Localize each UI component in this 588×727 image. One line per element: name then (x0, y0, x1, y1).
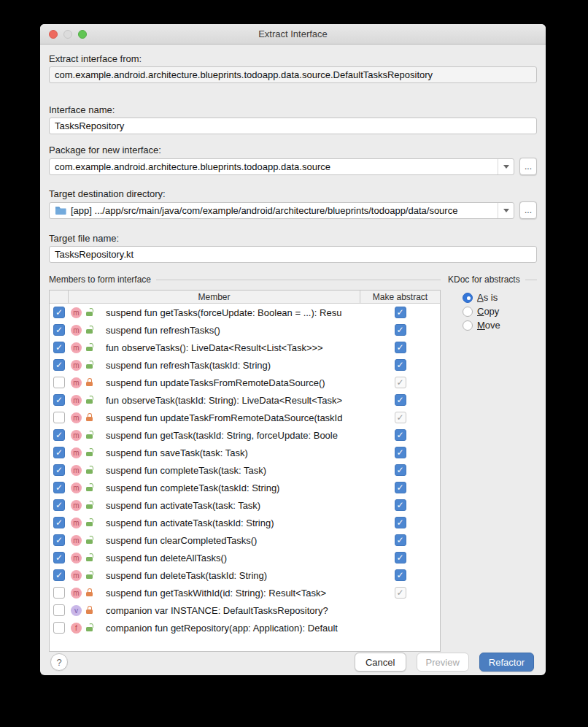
table-row[interactable]: m suspend fun clearCompletedTasks() (50, 531, 440, 549)
make-abstract-checkbox[interactable] (395, 342, 406, 353)
minimize-button (63, 30, 72, 39)
destination-combobox[interactable]: [app] .../app/src/main/java/com/example/… (49, 202, 514, 219)
member-signature: fun observeTasks(): LiveData<Result<List… (106, 342, 360, 353)
row-select-checkbox[interactable] (53, 324, 65, 336)
table-row[interactable]: m suspend fun saveTask(task: Task) (50, 444, 440, 461)
refactor-button[interactable]: Refactor (479, 653, 534, 672)
unlock-icon (86, 501, 93, 509)
interface-name-label: Interface name: (49, 104, 537, 115)
table-row[interactable]: v companion var INSTANCE: DefaultTasksRe… (50, 601, 440, 619)
cancel-button[interactable]: Cancel (355, 653, 406, 672)
make-abstract-checkbox[interactable] (395, 482, 406, 493)
make-abstract-checkbox[interactable] (395, 517, 406, 528)
dialog-title: Extract Interface (258, 28, 328, 39)
row-select-checkbox[interactable] (53, 499, 65, 511)
header-member-column[interactable]: Member (69, 291, 360, 303)
member-signature: suspend fun deleteAllTasks() (106, 553, 360, 563)
table-row[interactable]: m fun observeTasks(): LiveData<Result<Li… (50, 339, 440, 356)
table-row[interactable]: m suspend fun deleteTask(taskId: String) (50, 566, 440, 584)
table-row[interactable]: m suspend fun completeTask(task: Task) (50, 461, 440, 479)
make-abstract-checkbox[interactable] (395, 394, 406, 406)
unlock-icon (86, 518, 93, 527)
member-signature: suspend fun activateTask(taskId: String) (106, 518, 360, 528)
make-abstract-checkbox[interactable] (395, 464, 406, 476)
table-row[interactable]: m suspend fun updateTasksFromRemoteDataS… (50, 374, 440, 391)
interface-name-input[interactable]: TasksRepository (49, 118, 537, 134)
row-select-checkbox[interactable] (53, 552, 65, 563)
member-signature: suspend fun updateTasksFromRemoteDataSou… (106, 377, 360, 388)
make-abstract-checkbox[interactable] (395, 534, 406, 546)
destination-label: Target destination directory: (49, 188, 537, 199)
row-select-checkbox[interactable] (53, 464, 65, 476)
unlock-icon (86, 326, 93, 334)
make-abstract-checkbox[interactable] (395, 429, 406, 441)
table-row[interactable]: m suspend fun deleteAllTasks() (50, 549, 440, 566)
package-combobox[interactable]: com.example.android.architecture.bluepri… (49, 158, 514, 175)
row-select-checkbox[interactable] (53, 307, 65, 318)
package-dropdown-button[interactable] (498, 159, 514, 174)
row-select-checkbox[interactable] (53, 534, 65, 546)
radio-icon[interactable] (463, 320, 473, 331)
member-kind-icon: m (71, 482, 82, 493)
package-browse-button[interactable]: ... (519, 158, 537, 175)
member-kind-icon: m (71, 342, 82, 353)
make-abstract-checkbox[interactable] (395, 412, 406, 423)
make-abstract-checkbox[interactable] (395, 307, 406, 318)
row-select-checkbox[interactable] (53, 569, 65, 581)
preview-button[interactable]: Preview (417, 653, 469, 672)
row-select-checkbox[interactable] (53, 359, 65, 371)
header-make-abstract-column[interactable]: Make abstract (360, 292, 440, 302)
row-select-checkbox[interactable] (53, 604, 65, 616)
make-abstract-checkbox[interactable] (395, 552, 406, 563)
member-kind-icon: m (71, 307, 82, 318)
row-select-checkbox[interactable] (53, 342, 65, 353)
unlock-icon (86, 343, 93, 352)
close-button[interactable] (49, 30, 58, 39)
row-select-checkbox[interactable] (53, 622, 65, 634)
table-row[interactable]: m suspend fun updateTaskFromRemoteDataSo… (50, 409, 440, 426)
member-signature: suspend fun getTaskWithId(id: String): R… (106, 588, 360, 599)
table-row[interactable]: m suspend fun refreshTask(taskId: String… (50, 356, 440, 374)
make-abstract-checkbox[interactable] (395, 324, 406, 336)
zoom-button[interactable] (78, 30, 87, 39)
members-group-label: Members to form interface (49, 274, 151, 285)
make-abstract-checkbox[interactable] (395, 359, 406, 371)
file-name-input[interactable]: TasksRepository.kt (49, 246, 537, 263)
make-abstract-checkbox[interactable] (395, 447, 406, 458)
row-select-checkbox[interactable] (53, 587, 65, 599)
table-row[interactable]: m suspend fun completeTask(taskId: Strin… (50, 479, 440, 496)
make-abstract-checkbox[interactable] (395, 499, 406, 511)
destination-dropdown-button[interactable] (498, 203, 514, 218)
row-select-checkbox[interactable] (53, 517, 65, 528)
row-select-checkbox[interactable] (53, 429, 65, 441)
row-select-checkbox[interactable] (53, 447, 65, 458)
header-checkbox-column[interactable] (50, 291, 69, 303)
table-row[interactable]: m suspend fun getTaskWithId(id: String):… (50, 584, 440, 601)
table-row[interactable]: m suspend fun getTask(taskId: String, fo… (50, 426, 440, 444)
row-select-checkbox[interactable] (53, 377, 65, 388)
table-row[interactable]: f companion fun getRepository(app: Appli… (50, 619, 440, 636)
radio-icon[interactable] (463, 307, 473, 317)
kdoc-radio-option[interactable]: Move (463, 318, 537, 332)
help-button[interactable]: ? (50, 653, 68, 671)
member-kind-icon: m (71, 360, 82, 371)
row-select-checkbox[interactable] (53, 394, 65, 406)
table-row[interactable]: m suspend fun refreshTasks() (50, 321, 440, 339)
unlock-icon (86, 396, 93, 404)
member-signature: companion var INSTANCE: DefaultTasksRepo… (106, 605, 360, 616)
radio-icon[interactable] (463, 293, 473, 303)
row-select-checkbox[interactable] (53, 412, 65, 423)
row-select-checkbox[interactable] (53, 482, 65, 493)
lock-icon (86, 588, 93, 597)
table-row[interactable]: m suspend fun activateTask(taskId: Strin… (50, 514, 440, 531)
group-divider (525, 280, 537, 280)
make-abstract-checkbox[interactable] (395, 569, 406, 581)
table-row[interactable]: m fun observeTask(taskId: String): LiveD… (50, 391, 440, 409)
make-abstract-checkbox[interactable] (395, 377, 406, 388)
kdoc-radio-option[interactable]: Copy (463, 304, 537, 318)
destination-browse-button[interactable]: ... (519, 201, 537, 219)
kdoc-radio-option[interactable]: As is (463, 291, 537, 304)
table-row[interactable]: m suspend fun activateTask(task: Task) (50, 496, 440, 514)
make-abstract-checkbox[interactable] (395, 587, 406, 599)
table-row[interactable]: m suspend fun getTasks(forceUpdate: Bool… (50, 304, 440, 321)
